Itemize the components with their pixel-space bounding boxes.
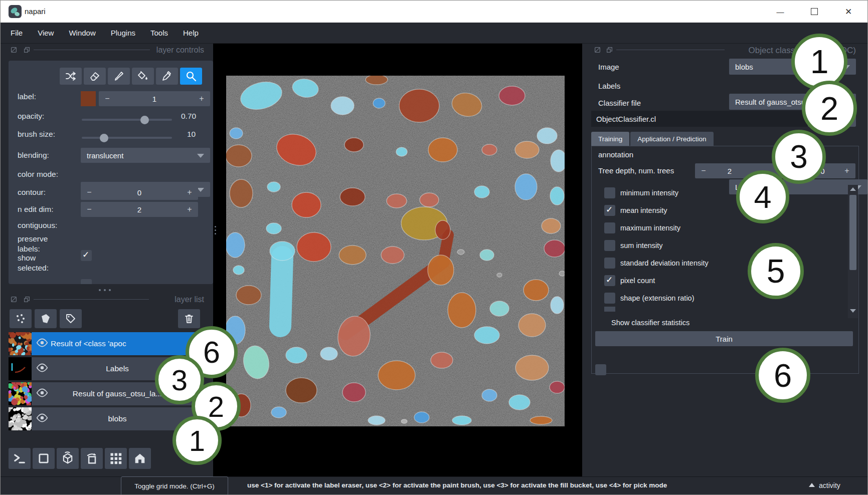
feature-checkbox[interactable]	[604, 240, 615, 251]
feature-list: minimum intensitymean intensitymaximum i…	[604, 184, 840, 312]
ndisplay-button[interactable]	[33, 448, 55, 469]
menu-tools[interactable]: Tools	[150, 29, 168, 37]
fill-icon	[137, 70, 149, 82]
blending-dropdown[interactable]: translucent	[81, 148, 210, 163]
home-button[interactable]	[129, 448, 151, 469]
label-spinbox[interactable]: − 1 +	[99, 91, 210, 106]
show-statistics-checkbox[interactable]	[595, 364, 606, 375]
tab-application-prediction[interactable]: Application / Prediction	[630, 132, 713, 146]
num-trees-increment[interactable]: +	[838, 166, 855, 175]
opacity-label: opacity:	[18, 112, 44, 121]
zoom-icon	[185, 70, 197, 82]
scroll-down-icon[interactable]	[850, 309, 856, 313]
train-button[interactable]: Train	[595, 331, 853, 346]
fill-bucket-button[interactable]	[132, 68, 154, 85]
roll-dimensions-button[interactable]	[57, 448, 79, 469]
label-increment[interactable]: +	[193, 94, 210, 103]
layer-visibility-eye-icon[interactable]	[36, 411, 49, 426]
feature-checkbox[interactable]	[604, 258, 615, 269]
menu-plugins[interactable]: Plugins	[111, 29, 135, 37]
label-color-swatch[interactable]	[81, 91, 96, 106]
window-title: napari	[25, 7, 46, 16]
n-edit-dim-increment[interactable]: +	[181, 205, 198, 214]
blobs-image[interactable]	[226, 76, 565, 426]
opacity-slider[interactable]	[82, 119, 172, 121]
delete-layer-button[interactable]	[178, 309, 200, 328]
chevron-down-icon	[197, 188, 204, 192]
n-edit-dim-decrement[interactable]: −	[81, 205, 98, 214]
preserve-labels-label: preservelabels:	[18, 234, 48, 254]
opacity-slider-handle[interactable]	[140, 116, 149, 124]
contiguous-checkbox[interactable]	[81, 250, 92, 261]
feature-label: standard deviation intensity	[620, 259, 709, 267]
eraser-button[interactable]	[84, 68, 106, 85]
label-decrement[interactable]: −	[99, 94, 116, 103]
menu-window[interactable]: Window	[69, 29, 95, 37]
classifier-file-value: ObjectClassifier.cl	[591, 115, 656, 123]
blending-value: translucent	[87, 151, 123, 160]
float-panel-icon[interactable]	[606, 47, 613, 53]
feature-row: standard deviation intensity	[604, 254, 840, 272]
activity-label[interactable]: activity	[819, 481, 840, 489]
menu-help[interactable]: Help	[183, 29, 199, 37]
label-value[interactable]: 1	[116, 95, 193, 103]
left-splitter-handle[interactable]	[215, 226, 216, 234]
feature-checkbox[interactable]	[604, 187, 615, 198]
hide-panel-icon[interactable]	[594, 47, 601, 53]
feature-row: sum intensity	[604, 236, 840, 254]
blending-label: blending:	[18, 151, 49, 160]
hide-panel-icon[interactable]	[11, 47, 17, 53]
layer-visibility-eye-icon[interactable]	[36, 336, 49, 351]
contour-spinbox[interactable]: − 0 +	[81, 185, 198, 200]
contour-increment[interactable]: +	[181, 188, 198, 197]
layer-thumbnail	[9, 407, 32, 430]
activity-expand-icon[interactable]	[809, 483, 815, 487]
float-panel-icon[interactable]	[24, 47, 30, 53]
transpose-button[interactable]	[81, 448, 103, 469]
layer-visibility-eye-icon[interactable]	[36, 386, 49, 401]
new-points-button[interactable]	[10, 309, 32, 328]
scroll-up-icon[interactable]	[850, 187, 856, 191]
hide-panel-icon[interactable]	[11, 296, 17, 303]
n-edit-dim-value[interactable]: 2	[98, 205, 181, 214]
feature-scrollbar[interactable]	[848, 185, 858, 318]
layer-row-blobs[interactable]: blobs	[9, 407, 201, 430]
feature-checkbox[interactable]	[604, 307, 615, 312]
maximize-icon	[811, 8, 818, 15]
pan-zoom-button[interactable]	[180, 68, 202, 85]
new-labels-button[interactable]	[60, 309, 82, 328]
feature-checkbox[interactable]	[604, 222, 615, 233]
annotation-circle-6: 6	[755, 348, 810, 403]
n-edit-dim-spinbox[interactable]: − 2 +	[81, 202, 198, 217]
tab-training[interactable]: Training	[591, 132, 629, 146]
preserve-labels-checkbox[interactable]	[81, 279, 92, 284]
brush-size-slider-handle[interactable]	[100, 134, 108, 142]
contour-value[interactable]: 0	[98, 188, 181, 197]
layer-visibility-eye-icon[interactable]	[36, 361, 49, 376]
tree-depth-decrement[interactable]: −	[695, 166, 712, 175]
feature-checkbox[interactable]	[604, 293, 615, 304]
console-button[interactable]	[9, 448, 31, 469]
float-panel-icon[interactable]	[24, 296, 30, 303]
image-label: Image	[598, 63, 619, 71]
feature-checkbox[interactable]	[604, 275, 615, 286]
color-picker-button[interactable]	[156, 68, 178, 85]
feature-checkbox[interactable]	[604, 205, 615, 216]
panel-resize-handle[interactable]	[99, 289, 111, 291]
tree-depth-value[interactable]: 2	[712, 167, 747, 175]
brush-size-slider[interactable]	[82, 137, 172, 139]
layer-list-toolbar	[10, 309, 82, 328]
shuffle-colors-button[interactable]	[60, 68, 82, 85]
paintbrush-button[interactable]	[108, 68, 130, 85]
layer-row-result-of-class-apoc[interactable]: Result of <class 'apoc	[9, 332, 201, 355]
grid-mode-button[interactable]	[105, 448, 127, 469]
minimize-button[interactable]: —	[769, 4, 792, 20]
delete-layer-slot	[178, 309, 200, 328]
menu-view[interactable]: View	[38, 29, 54, 37]
close-button[interactable]: ✕	[837, 4, 860, 20]
contour-decrement[interactable]: −	[81, 188, 98, 197]
scrollbar-thumb[interactable]	[849, 195, 856, 270]
maximize-button[interactable]	[803, 4, 826, 20]
menu-file[interactable]: File	[11, 29, 23, 37]
new-shapes-button[interactable]	[35, 309, 57, 328]
